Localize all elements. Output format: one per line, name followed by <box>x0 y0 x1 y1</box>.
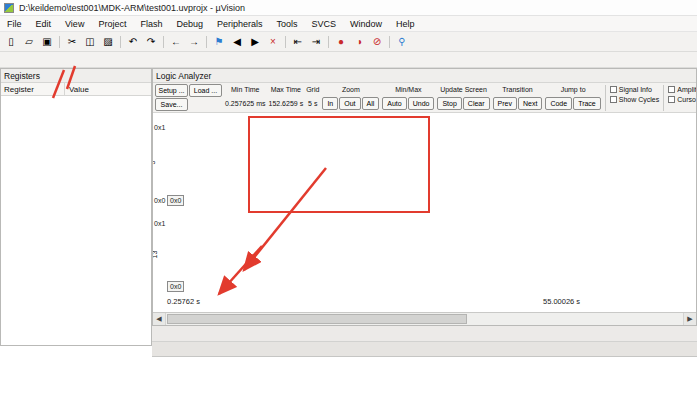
navigate-forward-button[interactable]: → <box>185 34 203 50</box>
load-button[interactable]: Load ... <box>189 84 222 97</box>
unindent-button[interactable]: ⇤ <box>289 34 307 50</box>
next-bookmark-button[interactable]: ▶ <box>246 34 264 50</box>
checkbox-icon <box>668 96 675 103</box>
save-button[interactable]: ▣ <box>38 34 56 50</box>
menu-item-window[interactable]: Window <box>343 18 389 30</box>
jump-trace-button[interactable]: Trace <box>573 97 601 110</box>
ch1-rotated-label: 5 <box>153 161 156 165</box>
clear-bookmarks-button[interactable]: × <box>264 34 282 50</box>
minmax-group: Min/Max Auto Undo <box>382 84 434 110</box>
toolbar-separator <box>206 36 207 48</box>
cut-button[interactable]: ✂ <box>63 34 81 50</box>
update-clear-button[interactable]: Clear <box>463 97 490 110</box>
toolbar-separator <box>59 36 60 48</box>
open-file-button[interactable]: ▱ <box>20 34 38 50</box>
menu-item-file[interactable]: File <box>0 18 29 30</box>
zoom-label: Zoom <box>342 84 360 96</box>
grid-label: Grid <box>306 84 319 96</box>
logic-analyzer-panel: Logic Analyzer Setup ... Load ... Save..… <box>152 68 697 326</box>
app-icon <box>4 3 14 13</box>
checkbox-icon <box>610 96 617 103</box>
title-bar: D:\keildemo\test001\MDK-ARM\test001.uvpr… <box>0 0 697 16</box>
save-button[interactable]: Save... <box>155 98 188 111</box>
prev-bookmark-button[interactable]: ◀ <box>228 34 246 50</box>
paste-button[interactable]: ▨ <box>99 34 117 50</box>
disable-breakpoint-button[interactable]: ◑ <box>350 34 368 50</box>
copy-button[interactable]: ◫ <box>81 34 99 50</box>
editor-tabbar <box>152 342 697 357</box>
show-cycles-label: Show Cycles <box>619 96 659 103</box>
navigate-back-button[interactable]: ← <box>167 34 185 50</box>
menu-item-view[interactable]: View <box>58 18 91 30</box>
minmax-auto-button[interactable]: Auto <box>382 97 406 110</box>
menu-item-tools[interactable]: Tools <box>269 18 304 30</box>
zoom-all-button[interactable]: All <box>362 97 380 110</box>
prev-bookmark-icon: ◀ <box>233 36 241 47</box>
show-cycles-checkbox[interactable]: Show Cycles <box>610 96 659 103</box>
toggle-bookmark-button[interactable]: ⚑ <box>210 34 228 50</box>
register-column-header: Register <box>1 83 65 95</box>
redo-button[interactable]: ↷ <box>142 34 160 50</box>
jump-to-label: Jump to <box>561 84 586 96</box>
redo-icon: ↷ <box>147 36 155 47</box>
menu-item-project[interactable]: Project <box>91 18 133 30</box>
update-screen-label: Update Screen <box>440 84 487 96</box>
value-column-header: Value <box>65 85 151 94</box>
menu-item-debug[interactable]: Debug <box>169 18 210 30</box>
find-button[interactable]: ⚲ <box>393 34 411 50</box>
cursor-checkbox[interactable]: Curso <box>668 96 696 103</box>
menu-item-svcs[interactable]: SVCS <box>305 18 344 30</box>
scrollbar-thumb[interactable] <box>167 314 467 324</box>
window-title: D:\keildemo\test001\MDK-ARM\test001.uvpr… <box>19 3 245 13</box>
dock-tabbar <box>152 326 697 342</box>
amplitude-checkbox[interactable]: Amplit <box>668 86 696 93</box>
menu-item-flash[interactable]: Flash <box>133 18 169 30</box>
menu-item-peripherals[interactable]: Peripherals <box>210 18 270 30</box>
transition-next-button[interactable]: Next <box>518 97 542 110</box>
time-axis-mid: 55.00026 s <box>543 297 580 306</box>
amplitude-label: Amplit <box>677 86 696 93</box>
zoom-in-button[interactable]: In <box>322 97 338 110</box>
zoom-out-button[interactable]: Out <box>339 97 360 110</box>
new-file-button[interactable]: ▯ <box>2 34 20 50</box>
navigate-back-icon: ← <box>171 36 181 47</box>
next-bookmark-icon: ▶ <box>251 36 259 47</box>
find-icon: ⚲ <box>398 36 405 47</box>
toggle-bookmark-icon: ⚑ <box>215 36 224 47</box>
transition-group: Transition Prev Next <box>493 84 543 110</box>
menu-item-help[interactable]: Help <box>389 18 422 30</box>
max-time-label: Max Time <box>271 84 301 96</box>
signal-info-label: Signal Info <box>619 86 652 93</box>
time-axis-start: 0.25762 s <box>167 297 200 306</box>
toolbar-separator <box>328 36 329 48</box>
indent-button[interactable]: ⇥ <box>307 34 325 50</box>
jump-code-button[interactable]: Code <box>545 97 572 110</box>
waveform-scrollbar[interactable]: ◀ ▶ <box>153 312 696 325</box>
transition-prev-button[interactable]: Prev <box>493 97 517 110</box>
jump-to-group: Jump to Code Trace <box>545 84 600 110</box>
setup-button[interactable]: Setup ... <box>155 84 188 97</box>
signal-info-checkbox[interactable]: Signal Info <box>610 86 659 93</box>
min-time-value: 0.257625 ms <box>225 97 265 110</box>
registers-column-headers: Register Value <box>1 83 151 96</box>
kill-all-breakpoints-button[interactable]: ⊘ <box>368 34 386 50</box>
ch1-high-level-label: 0x1 <box>154 124 165 131</box>
grid-value: 5 s <box>308 97 317 110</box>
minmax-undo-button[interactable]: Undo <box>408 97 435 110</box>
scroll-right-icon[interactable]: ▶ <box>683 313 696 325</box>
registers-panel: Registers Register Value <box>0 68 152 346</box>
logic-analyzer-title: Logic Analyzer <box>156 71 211 81</box>
update-stop-button[interactable]: Stop <box>437 97 461 110</box>
scrollbar-track[interactable] <box>166 313 683 325</box>
waveform-area[interactable]: 5 0x1 0x0 0x0 13 0x1 0x0 0.25762 s 55.00… <box>153 113 696 312</box>
menu-item-edit[interactable]: Edit <box>29 18 59 30</box>
debug-toolbar <box>0 52 697 68</box>
unindent-icon: ⇤ <box>294 36 302 47</box>
undo-button[interactable]: ↶ <box>124 34 142 50</box>
checkbox-icon <box>610 86 617 93</box>
cut-icon: ✂ <box>68 36 76 47</box>
toolbar-separator <box>663 85 664 111</box>
scroll-left-icon[interactable]: ◀ <box>153 313 166 325</box>
ch2-cursor-value: 0x0 <box>167 281 184 292</box>
toggle-breakpoint-button[interactable]: ● <box>332 34 350 50</box>
